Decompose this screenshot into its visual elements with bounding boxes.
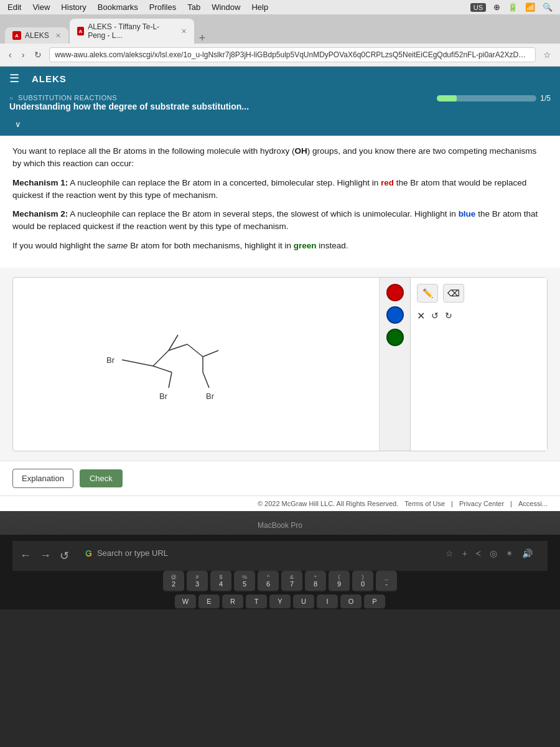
pencil-tool[interactable]: ✏️	[417, 284, 438, 303]
nav-row: ← → ↺ G Search or type URL ☆ + < ◎ ✴ 🔊	[12, 541, 548, 571]
search-icon[interactable]: 🔍	[543, 2, 553, 12]
key-6[interactable]: ^6	[258, 571, 279, 592]
key-0[interactable]: )0	[352, 571, 373, 592]
undo-button[interactable]: ↺	[431, 311, 439, 321]
back-button[interactable]: ‹	[6, 49, 14, 61]
svg-line-3	[153, 366, 172, 372]
keyboard-icons: ☆ + < ◎ ✴ 🔊	[446, 548, 533, 558]
refresh-button[interactable]: ↻	[32, 49, 44, 61]
menu-history[interactable]: History	[61, 2, 86, 12]
nav-back[interactable]: ←	[20, 549, 31, 562]
key-y[interactable]: Y	[269, 594, 291, 609]
tab-aleks-old[interactable]: A ALEKS ✕	[5, 27, 68, 44]
key-3[interactable]: #3	[187, 571, 208, 592]
keyboard-row-letters: W E R T Y U I O P	[12, 594, 548, 609]
svg-line-9	[169, 372, 172, 388]
bookmark-button[interactable]: ☆	[541, 49, 554, 61]
footer-sep2: |	[510, 500, 512, 507]
molecule-area: Br Br Br	[12, 277, 548, 451]
color-panel	[379, 278, 410, 451]
terms-link[interactable]: Terms of Use	[404, 500, 445, 507]
macbook-label: MacBook Pro	[0, 519, 560, 535]
svg-text:Br: Br	[206, 392, 215, 401]
key-o[interactable]: O	[340, 594, 362, 609]
forward-button[interactable]: ›	[19, 49, 27, 61]
topic-category: ○ SUBSTITUTION REACTIONS	[9, 94, 249, 101]
nav-refresh[interactable]: ↺	[60, 549, 69, 563]
redo-button[interactable]: ↻	[445, 311, 452, 321]
menu-bar: Edit View History Bookmarks Profiles Tab…	[0, 0, 560, 15]
svg-line-6	[187, 344, 203, 357]
tool-action-row: ✕ ↺ ↻	[417, 308, 541, 322]
nav-forward[interactable]: →	[40, 549, 51, 562]
key-4[interactable]: $4	[210, 571, 231, 592]
menu-help[interactable]: Help	[251, 2, 268, 12]
menu-tab[interactable]: Tab	[187, 2, 200, 12]
tab-aleks-main[interactable]: A ALEKS - Tiffany Te-L-Peng - L... ✕	[70, 19, 194, 44]
key-minus[interactable]: _-	[376, 571, 397, 592]
progress-label: 1/5	[540, 94, 551, 103]
key-p[interactable]: P	[364, 594, 385, 609]
menu-edit[interactable]: Edit	[7, 2, 21, 12]
page-footer: © 2022 McGraw Hill LLC. All Rights Reser…	[0, 496, 560, 511]
tab-favicon-main: A	[77, 27, 84, 35]
browser-content: ☰ ALEKS ○ SUBSTITUTION REACTIONS Underst…	[0, 67, 560, 511]
volume-icon[interactable]: 🔊	[522, 548, 533, 558]
problem-intro: You want to replace all the Br atoms in …	[12, 145, 548, 171]
color-blue[interactable]	[386, 306, 404, 324]
eraser-tool[interactable]: ⌫	[443, 284, 464, 303]
key-w[interactable]: W	[175, 594, 196, 609]
siri-icon[interactable]: ◎	[490, 548, 497, 558]
settings-icon[interactable]: ✴	[506, 548, 513, 558]
menu-window[interactable]: Window	[212, 2, 240, 12]
explanation-button[interactable]: Explanation	[12, 469, 73, 488]
collapse-button[interactable]: ∨	[9, 118, 27, 130]
topic-header: ○ SUBSTITUTION REACTIONS Understanding h…	[0, 90, 560, 118]
tab-close-main[interactable]: ✕	[181, 27, 187, 35]
tab-label-old: ALEKS	[25, 31, 49, 40]
svg-text:Br: Br	[106, 355, 115, 365]
key-r[interactable]: R	[222, 594, 243, 609]
battery-icon: 🔋	[508, 2, 518, 12]
svg-line-11	[203, 372, 209, 388]
key-i[interactable]: I	[317, 594, 338, 609]
privacy-link[interactable]: Privacy Center	[459, 500, 504, 507]
svg-line-0	[122, 360, 153, 366]
bookmark-star-icon[interactable]: ☆	[446, 548, 454, 558]
keyboard-address-bar[interactable]: G Search or type URL ☆ + < ◎ ✴ 🔊	[78, 545, 540, 562]
tab-close-old[interactable]: ✕	[55, 32, 61, 40]
molecule-canvas[interactable]: Br Br Br	[13, 278, 379, 451]
menu-bookmarks[interactable]: Bookmarks	[98, 2, 138, 12]
bracket-icon: <	[476, 548, 481, 558]
check-button[interactable]: Check	[80, 469, 123, 487]
progress-fill	[437, 95, 457, 101]
mechanism2-color-word: blue	[459, 209, 476, 218]
menu-view[interactable]: View	[32, 2, 50, 12]
key-t[interactable]: T	[246, 594, 267, 609]
key-5[interactable]: %5	[234, 571, 255, 592]
key-e[interactable]: E	[198, 594, 220, 609]
access-link[interactable]: Accessi...	[518, 500, 548, 507]
footer-sep1: |	[451, 500, 453, 507]
macbook-bottom: MacBook Pro ← → ↺ G Search or type URL ☆…	[0, 511, 560, 609]
key-7[interactable]: &7	[281, 571, 302, 592]
menu-profiles[interactable]: Profiles	[149, 2, 176, 12]
new-tab-button[interactable]: +	[195, 32, 210, 44]
key-8[interactable]: *8	[305, 571, 326, 592]
key-9[interactable]: (9	[329, 571, 350, 592]
bottom-bar: Explanation Check	[0, 461, 560, 496]
address-input[interactable]: www-awu.aleks.com/alekscgi/x/lsl.exe/1o_…	[49, 47, 536, 62]
color-green[interactable]	[386, 329, 404, 346]
clear-button[interactable]: ✕	[417, 310, 425, 322]
color-red[interactable]	[386, 284, 404, 301]
sidebar-menu-icon[interactable]: ☰	[9, 72, 19, 85]
tool-row-top: ✏️ ⌫	[417, 284, 541, 303]
same-note: If you would highlight the same Br atom …	[12, 240, 548, 252]
plus-icon[interactable]: +	[462, 548, 467, 558]
key-u[interactable]: U	[293, 594, 314, 609]
mechanism1: Mechanism 1: A nucleophile can replace t…	[12, 177, 548, 202]
key-2[interactable]: @2	[163, 571, 184, 592]
region-badge: US	[470, 3, 486, 12]
wifi-icon: 📶	[525, 2, 535, 12]
progress-container: 1/5	[437, 94, 551, 103]
